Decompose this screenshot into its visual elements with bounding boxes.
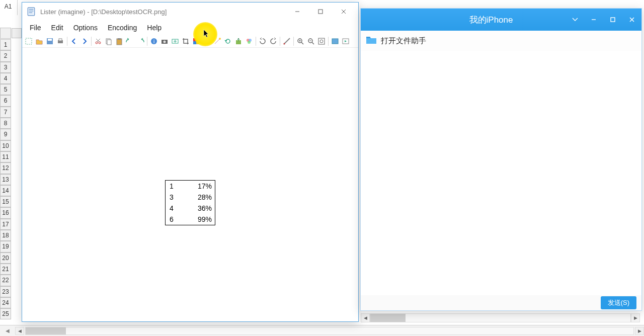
row-header[interactable]: 6	[0, 95, 11, 106]
fullscreen-icon[interactable]	[330, 36, 340, 46]
column-header[interactable]	[12, 28, 22, 38]
sheet-nav-prev-icon[interactable]: ◀	[0, 325, 15, 337]
svg-line-43	[312, 42, 314, 44]
hscroll-thumb[interactable]	[26, 327, 66, 334]
maximize-button[interactable]	[309, 4, 332, 19]
info-icon[interactable]: i	[149, 36, 159, 46]
lister-image-canvas: 117%328%436%699%	[22, 48, 358, 321]
row-headers: 1234567891011121314151617181920212223242…	[0, 39, 11, 319]
resize-icon[interactable]	[170, 36, 180, 46]
crop-icon[interactable]	[181, 36, 191, 46]
menu-edit[interactable]: Edit	[47, 22, 68, 33]
lister-titlebar[interactable]: Lister (imagine) - [D:\Desktop\testOCR.p…	[22, 3, 358, 21]
row-header[interactable]: 22	[0, 275, 11, 286]
iphone-title-text: 我的iPhone	[361, 14, 566, 26]
menu-file[interactable]: File	[25, 22, 46, 33]
row-header[interactable]: 8	[0, 118, 11, 129]
row-header[interactable]: 12	[0, 162, 11, 174]
hscroll-track[interactable]	[370, 313, 631, 322]
menu-options[interactable]: Options	[69, 22, 102, 33]
open-icon[interactable]	[34, 36, 44, 46]
dropdown-button[interactable]	[566, 9, 584, 31]
zoom-out-icon[interactable]	[306, 36, 316, 46]
sheet-corner[interactable]	[0, 28, 11, 39]
minimize-button[interactable]	[286, 4, 309, 19]
svg-rect-18	[107, 40, 111, 45]
select-icon[interactable]	[24, 36, 34, 46]
effects-icon[interactable]	[244, 36, 254, 46]
minimize-button[interactable]	[584, 9, 603, 31]
ocr-col1: 6	[166, 215, 181, 223]
refresh-icon[interactable]	[223, 36, 233, 46]
close-button[interactable]	[622, 9, 641, 31]
paste-icon[interactable]	[114, 36, 124, 46]
hscroll-right-icon[interactable]: ▶	[635, 327, 644, 335]
ocr-col1: 3	[166, 193, 181, 201]
measure-icon[interactable]	[282, 36, 292, 46]
toolbar-separator	[147, 37, 147, 46]
redo-icon[interactable]	[135, 36, 145, 46]
row-header[interactable]: 10	[0, 140, 11, 151]
row-header[interactable]: 20	[0, 253, 11, 264]
undo-icon[interactable]	[125, 36, 135, 46]
iphone-app-window: 我的iPhone 打开文件助手 发送(S)	[360, 8, 642, 311]
row-header[interactable]: 2	[0, 50, 11, 61]
spreadsheet-bottom-bar: ◀ ◀ ▶	[0, 325, 644, 336]
prev-icon[interactable]	[69, 36, 79, 46]
next-icon[interactable]	[79, 36, 90, 46]
row-header[interactable]: 11	[0, 151, 11, 162]
hscroll-left-icon[interactable]: ◀	[361, 313, 370, 322]
row-header[interactable]: 5	[0, 84, 11, 95]
close-button[interactable]	[332, 4, 355, 19]
open-file-helper-row[interactable]: 打开文件助手	[361, 31, 641, 51]
zoom-fit-icon[interactable]	[316, 36, 327, 46]
lister-window: Lister (imagine) - [D:\Desktop\testOCR.p…	[22, 2, 359, 322]
folder-icon	[366, 35, 377, 46]
toolbar-separator	[293, 37, 294, 46]
slideshow-icon[interactable]	[341, 36, 351, 46]
row-header[interactable]: 9	[0, 129, 11, 140]
row-header[interactable]: 15	[0, 196, 11, 207]
menu-encoding[interactable]: Encoding	[103, 22, 141, 33]
rotate-right-icon[interactable]	[268, 36, 278, 46]
save-icon[interactable]	[45, 36, 55, 46]
sheet-cells[interactable]	[12, 39, 22, 321]
row-header[interactable]: 16	[0, 207, 11, 218]
row-header[interactable]: 21	[0, 264, 11, 275]
iphone-titlebar[interactable]: 我的iPhone	[361, 9, 641, 31]
row-header[interactable]: 7	[0, 107, 11, 118]
rotate-left-icon[interactable]	[258, 36, 268, 46]
row-header[interactable]: 24	[0, 297, 11, 308]
svg-rect-50	[611, 18, 615, 22]
ocr-col1: 1	[166, 182, 181, 190]
ocr-col2: 36%	[181, 204, 215, 212]
row-header[interactable]: 14	[0, 185, 11, 196]
hscroll-right-icon[interactable]: ▶	[631, 313, 640, 322]
row-header[interactable]: 25	[0, 308, 11, 319]
row-header[interactable]: 3	[0, 62, 11, 73]
row-header[interactable]: 13	[0, 174, 11, 185]
print-icon[interactable]	[55, 36, 65, 46]
row-header[interactable]: 18	[0, 230, 11, 241]
row-header[interactable]: 19	[0, 241, 11, 252]
sheet-hscroll-fragment: ◀ ▶	[361, 313, 640, 323]
hscroll-track[interactable]	[25, 327, 634, 335]
lister-title-text: Lister (imagine) - [D:\Desktop\testOCR.p…	[40, 8, 286, 16]
row-header[interactable]: 17	[0, 219, 11, 230]
menu-help[interactable]: Help	[142, 22, 166, 33]
row-header[interactable]: 1	[0, 39, 11, 50]
hscroll-left-icon[interactable]: ◀	[15, 327, 24, 335]
open-file-helper-label: 打开文件助手	[381, 36, 426, 46]
row-header[interactable]: 4	[0, 73, 11, 84]
copy-icon[interactable]	[104, 36, 114, 46]
svg-point-35	[248, 41, 251, 44]
export-icon[interactable]	[233, 36, 244, 46]
iphone-body	[361, 51, 641, 295]
hscroll-thumb[interactable]	[370, 314, 406, 322]
camera-icon[interactable]	[159, 36, 170, 46]
row-header[interactable]: 23	[0, 286, 11, 297]
maximize-button[interactable]	[603, 9, 622, 31]
cut-icon[interactable]	[93, 36, 103, 46]
zoom-in-icon[interactable]	[295, 36, 305, 46]
send-button[interactable]: 发送(S)	[601, 296, 636, 309]
